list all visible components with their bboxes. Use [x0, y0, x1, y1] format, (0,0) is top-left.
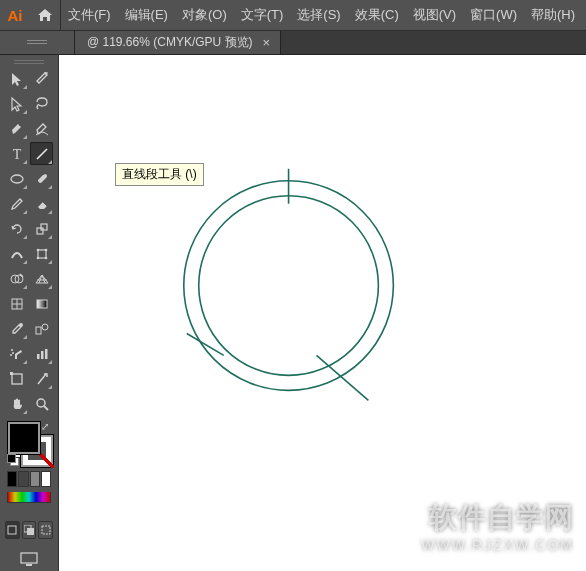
width-tool[interactable]: [5, 242, 28, 265]
svg-line-6: [37, 149, 47, 159]
svg-rect-29: [10, 372, 13, 375]
draw-mode-row: [5, 521, 53, 541]
tab-strip-handle[interactable]: [0, 31, 75, 54]
document-tab-strip: @ 119.66% (CMYK/GPU 预览) ×: [0, 31, 586, 55]
pencil-tool[interactable]: [5, 192, 28, 215]
artboard-tool[interactable]: [5, 367, 28, 390]
swatch-darkgray[interactable]: [18, 471, 28, 487]
fill-swatch[interactable]: [8, 422, 40, 454]
app-logo-text: Ai: [8, 7, 23, 24]
svg-point-11: [36, 248, 39, 251]
gradient-tool[interactable]: [30, 292, 53, 315]
menu-object[interactable]: 对象(O): [175, 0, 234, 30]
default-fill-stroke[interactable]: [7, 454, 17, 464]
svg-point-21: [42, 324, 48, 330]
type-tool[interactable]: T: [5, 142, 28, 165]
menu-window[interactable]: 窗口(W): [463, 0, 524, 30]
column-graph-tool[interactable]: [30, 342, 53, 365]
tool-tooltip: 直线段工具 (\): [115, 163, 204, 186]
eyedropper-tool[interactable]: [5, 317, 28, 340]
svg-point-24: [10, 354, 12, 356]
curvature-pen-tool[interactable]: [30, 117, 53, 140]
svg-point-16: [15, 275, 23, 283]
menu-type[interactable]: 文字(T): [234, 0, 291, 30]
close-tab-button[interactable]: ×: [263, 35, 271, 50]
eraser-tool[interactable]: [30, 192, 53, 215]
swatch-white[interactable]: [41, 471, 51, 487]
lasso-tool[interactable]: [30, 92, 53, 115]
svg-point-23: [12, 352, 14, 354]
shape-builder-tool[interactable]: [5, 267, 28, 290]
spectrum-swatch[interactable]: [7, 492, 51, 503]
svg-rect-32: [8, 526, 16, 534]
svg-point-19: [19, 323, 23, 327]
swap-fill-stroke[interactable]: ⤢: [41, 421, 49, 432]
canvas-area[interactable]: 软件自学网 WWW.RJZXW.COM 直线段工具 (\): [59, 55, 586, 571]
magic-wand-tool[interactable]: [30, 67, 53, 90]
svg-point-15: [11, 275, 19, 283]
svg-rect-17: [12, 299, 22, 309]
app-frame: Ai 文件(F) 编辑(E) 对象(O) 文字(T) 选择(S) 效果(C) 视…: [0, 0, 586, 571]
top-bar: Ai 文件(F) 编辑(E) 对象(O) 文字(T) 选择(S) 效果(C) 视…: [0, 0, 586, 31]
perspective-grid-tool[interactable]: [30, 267, 53, 290]
symbol-sprayer-tool[interactable]: [5, 342, 28, 365]
menu-file[interactable]: 文件(F): [61, 0, 118, 30]
svg-rect-2: [14, 60, 44, 61]
hand-tool[interactable]: [5, 392, 28, 415]
svg-point-7: [11, 175, 23, 183]
selection-tool[interactable]: [5, 67, 28, 90]
screen-mode-button[interactable]: [5, 548, 53, 570]
main-area: T: [0, 55, 586, 571]
mesh-tool[interactable]: [5, 292, 28, 315]
artboard[interactable]: 软件自学网 WWW.RJZXW.COM: [59, 55, 586, 571]
screen-mode-icon: [20, 552, 38, 566]
menu-help[interactable]: 帮助(H): [524, 0, 582, 30]
blend-tool[interactable]: [30, 317, 53, 340]
pen-tool[interactable]: [5, 117, 28, 140]
svg-rect-28: [12, 374, 22, 384]
artwork: [59, 55, 586, 571]
inner-circle[interactable]: [199, 196, 379, 376]
menu-effect[interactable]: 效果(C): [348, 0, 406, 30]
scale-tool[interactable]: [30, 217, 53, 240]
home-button[interactable]: [30, 0, 60, 30]
svg-rect-8: [37, 228, 43, 234]
document-tab[interactable]: @ 119.66% (CMYK/GPU 预览) ×: [75, 31, 281, 54]
tick-bottom-left[interactable]: [187, 333, 224, 355]
swatch-black[interactable]: [7, 471, 17, 487]
svg-rect-35: [42, 526, 50, 534]
slice-tool[interactable]: [30, 367, 53, 390]
drag-handle-icon: [27, 39, 47, 47]
grip-icon: [14, 60, 44, 66]
outer-circle[interactable]: [184, 181, 394, 391]
tool-grid: T: [3, 67, 55, 565]
svg-rect-36: [21, 553, 37, 563]
svg-point-30: [37, 399, 45, 407]
menu-select[interactable]: 选择(S): [290, 0, 347, 30]
draw-normal[interactable]: [5, 521, 20, 539]
svg-rect-37: [26, 564, 32, 566]
direct-selection-tool[interactable]: [5, 92, 28, 115]
svg-point-14: [44, 256, 47, 259]
menu-edit[interactable]: 编辑(E): [118, 0, 175, 30]
fill-stroke-swatch[interactable]: ⤢: [5, 420, 53, 466]
svg-point-22: [11, 349, 13, 351]
rotate-tool[interactable]: [5, 217, 28, 240]
free-transform-tool[interactable]: [30, 242, 53, 265]
grayscale-swatches: [7, 471, 51, 485]
menu-view[interactable]: 视图(V): [406, 0, 463, 30]
paintbrush-tool[interactable]: [30, 167, 53, 190]
svg-rect-27: [45, 349, 48, 359]
draw-behind[interactable]: [22, 521, 37, 539]
line-tool[interactable]: [30, 142, 53, 165]
tool-panel-grip[interactable]: [3, 59, 55, 67]
svg-rect-25: [37, 354, 40, 359]
svg-rect-0: [27, 40, 47, 41]
svg-rect-20: [36, 327, 41, 334]
svg-rect-18: [37, 300, 47, 308]
swatch-gray[interactable]: [30, 471, 40, 487]
draw-inside[interactable]: [38, 521, 53, 539]
tool-panel: T: [0, 55, 59, 571]
ellipse-tool[interactable]: [5, 167, 28, 190]
zoom-tool[interactable]: [30, 392, 53, 415]
